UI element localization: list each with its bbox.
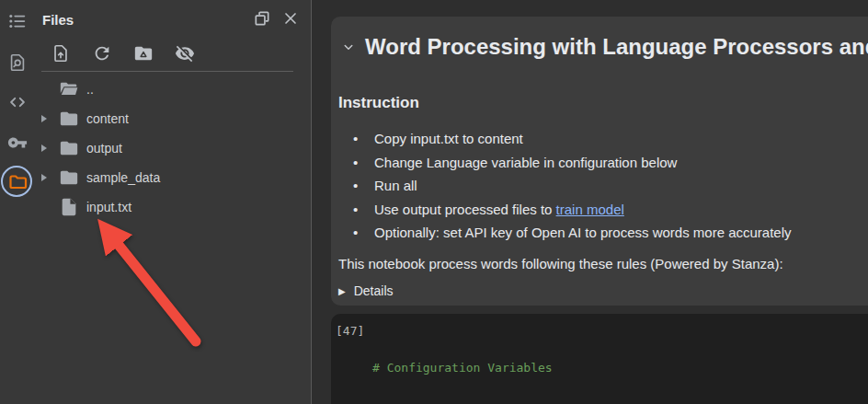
list-item: Copy input.txt to content bbox=[338, 127, 792, 151]
list-item: Change Language variable in configuratio… bbox=[338, 151, 792, 175]
folder-open-icon bbox=[59, 79, 79, 99]
find-in-page-icon[interactable] bbox=[6, 52, 29, 74]
list-item: Optionally: set API key of Open AI to pr… bbox=[338, 221, 792, 245]
list-item: Use output processed files to train mode… bbox=[338, 198, 792, 222]
left-rail bbox=[0, 0, 35, 404]
code-line: # Configuration Variables bbox=[372, 359, 761, 376]
table-of-contents-icon[interactable] bbox=[6, 10, 29, 32]
panel-divider[interactable] bbox=[311, 0, 312, 404]
folder-icon bbox=[59, 167, 79, 188]
toggle-hidden-files-icon[interactable] bbox=[174, 42, 196, 64]
instruction-heading: Instruction bbox=[338, 94, 419, 112]
tree-item-parent-dir[interactable]: .. bbox=[35, 75, 311, 104]
expand-caret-icon[interactable] bbox=[41, 115, 55, 122]
file-name: content bbox=[86, 111, 129, 126]
folder-icon bbox=[59, 138, 79, 158]
file-name: input.txt bbox=[86, 200, 131, 214]
expand-caret-icon[interactable] bbox=[41, 144, 55, 152]
file-icon bbox=[59, 197, 79, 217]
instruction-list: Copy input.txt to content Change Languag… bbox=[338, 127, 792, 245]
execution-count: [47] bbox=[336, 324, 364, 338]
files-panel: Files bbox=[35, 0, 311, 404]
markdown-cell[interactable]: Word Processing with Language Processors… bbox=[331, 17, 868, 306]
upload-file-icon[interactable] bbox=[50, 42, 72, 64]
close-icon[interactable] bbox=[280, 8, 301, 29]
details-disclosure[interactable]: ▶ Details bbox=[338, 283, 394, 298]
file-name: output bbox=[86, 141, 122, 156]
notebook-area: Word Processing with Language Processors… bbox=[312, 0, 868, 404]
tree-item-output[interactable]: output bbox=[35, 133, 311, 163]
disclosure-triangle-icon: ▶ bbox=[338, 286, 346, 296]
file-tree: .. content output sample_data bbox=[35, 75, 311, 222]
restore-window-icon[interactable] bbox=[252, 8, 272, 29]
code-cell[interactable]: [47] # Configuration Variables language … bbox=[331, 314, 868, 404]
notebook-description: This notebook process words following th… bbox=[338, 254, 783, 274]
code-editor[interactable]: # Configuration Variables language = "en… bbox=[372, 324, 761, 404]
refresh-icon[interactable] bbox=[91, 42, 113, 64]
code-snippets-icon[interactable] bbox=[6, 91, 29, 113]
details-label: Details bbox=[354, 283, 394, 298]
secrets-key-icon[interactable] bbox=[6, 132, 29, 154]
folder-icon bbox=[59, 109, 79, 129]
files-panel-title: Files bbox=[42, 12, 74, 28]
train-model-link[interactable]: train model bbox=[556, 202, 624, 217]
files-folder-icon[interactable] bbox=[6, 170, 29, 192]
file-name: sample_data bbox=[86, 170, 160, 185]
mount-drive-icon[interactable] bbox=[132, 42, 154, 64]
tree-item-content[interactable]: content bbox=[35, 104, 311, 133]
tree-item-sample-data[interactable]: sample_data bbox=[35, 163, 311, 192]
section-header: Word Processing with Language Processors… bbox=[340, 32, 868, 62]
file-name: .. bbox=[86, 82, 94, 97]
collapse-section-icon[interactable] bbox=[340, 39, 357, 55]
section-title: Word Processing with Language Processors… bbox=[365, 34, 868, 60]
list-item: Run all bbox=[338, 174, 792, 198]
toolbar-separator bbox=[41, 71, 293, 72]
tree-item-input-txt[interactable]: input.txt bbox=[35, 192, 311, 222]
expand-caret-icon[interactable] bbox=[41, 174, 55, 181]
